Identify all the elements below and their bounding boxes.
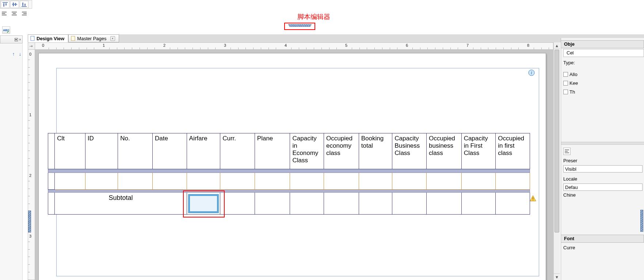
col-header[interactable]: Capacity in First Class: [461, 133, 496, 169]
object-tab[interactable]: Obje: [561, 40, 644, 48]
locale-select[interactable]: [563, 183, 643, 191]
script-editor-drag-handle[interactable]: [288, 24, 311, 27]
data-cell[interactable]: [392, 173, 427, 190]
align-right-lines-icon[interactable]: [19, 10, 28, 18]
data-cell[interactable]: [118, 173, 153, 190]
data-cell[interactable]: [461, 173, 496, 190]
col-header[interactable]: Capacity Business Class: [392, 133, 427, 169]
table-header-row[interactable]: Clt ID No. Date Airfare Curr. Plane Capa…: [48, 133, 530, 169]
nav-down-button[interactable]: ↓: [18, 52, 23, 57]
chk-th-label: Th: [569, 89, 575, 95]
vertical-ruler[interactable]: 0123: [28, 50, 35, 280]
table-row-handle[interactable]: [48, 193, 55, 215]
master-page-icon: [71, 36, 76, 41]
presence-label: Preser: [563, 158, 577, 163]
scroll-up-button[interactable]: ▲: [554, 42, 560, 49]
vertical-drag-handle[interactable]: [28, 211, 31, 232]
checkbox-allow[interactable]: [563, 72, 568, 77]
data-cell[interactable]: [220, 173, 255, 190]
table-footer-row[interactable]: Subtotal: [48, 193, 530, 215]
tab-design-view[interactable]: Design View: [28, 34, 68, 42]
checkbox-keep[interactable]: [563, 81, 568, 86]
col-header[interactable]: Plane: [255, 133, 290, 169]
subtotal-label-cell[interactable]: Subtotal: [55, 193, 187, 215]
hierarchy-panel-header[interactable]: ▾ ×: [0, 35, 23, 43]
col-header[interactable]: Date: [152, 133, 187, 169]
checkbox-th[interactable]: [563, 90, 568, 94]
col-header[interactable]: Capacity in Economy Class: [290, 133, 324, 169]
footer-cell[interactable]: [461, 193, 496, 215]
dropdown-icon[interactable]: ▾: [15, 38, 18, 41]
tab-close-button[interactable]: ×: [110, 36, 115, 41]
subtotal-airfare-cell[interactable]: [187, 193, 220, 215]
data-cell[interactable]: [324, 173, 359, 190]
data-cell[interactable]: [187, 173, 220, 190]
data-cell[interactable]: [85, 173, 118, 190]
col-header[interactable]: Booking total: [359, 133, 392, 169]
close-icon[interactable]: ×: [19, 37, 21, 42]
footer-cell[interactable]: [426, 193, 461, 215]
top-toolbar: [0, 0, 32, 9]
vertical-scrollbar[interactable]: ▲ ▼: [553, 42, 560, 280]
design-page[interactable]: i ! Clt ID No. Date Airfare Curr.: [39, 53, 546, 280]
col-header[interactable]: No.: [118, 133, 153, 169]
footer-cell[interactable]: [496, 193, 530, 215]
data-cell[interactable]: [255, 173, 290, 190]
col-header[interactable]: Occupied economy class: [324, 133, 359, 169]
presence-select[interactable]: [563, 165, 643, 173]
table-row-handle[interactable]: [48, 173, 55, 190]
warning-icon: !: [530, 195, 536, 202]
table-top-band: [48, 169, 530, 173]
data-cell[interactable]: [290, 173, 324, 190]
scroll-thumb[interactable]: [555, 50, 559, 232]
footer-cell[interactable]: [220, 193, 255, 215]
locale-sub-label: Chine: [563, 192, 576, 198]
col-header[interactable]: ID: [85, 133, 118, 169]
ruler-corner[interactable]: ↘: [28, 42, 35, 50]
col-header[interactable]: Airfare: [187, 133, 220, 169]
horizontal-ruler[interactable]: 012345678: [35, 42, 553, 50]
data-cell[interactable]: [55, 173, 85, 190]
scroll-down-button[interactable]: ▼: [554, 273, 560, 280]
col-header[interactable]: Occupied business class: [426, 133, 461, 169]
col-header[interactable]: Occupied in first class: [496, 133, 530, 169]
data-cell[interactable]: [496, 173, 530, 190]
svg-rect-8: [24, 4, 26, 6]
spellcheck-button[interactable]: ABC ✓: [2, 26, 10, 34]
align-center-lines-icon[interactable]: [10, 10, 19, 18]
footer-cell[interactable]: [359, 193, 392, 215]
script-editor-handle-highlight: [284, 23, 315, 30]
data-cell[interactable]: [152, 173, 187, 190]
table-data-row[interactable]: [48, 173, 530, 190]
svg-rect-4: [13, 3, 14, 6]
col-header[interactable]: Clt: [55, 133, 85, 169]
footer-cell[interactable]: [290, 193, 324, 215]
tab-master-pages[interactable]: Master Pages ×: [68, 34, 119, 42]
footer-cell[interactable]: [392, 193, 427, 215]
align-middle-button[interactable]: [10, 1, 19, 8]
data-cell[interactable]: [359, 173, 392, 190]
align-top-button[interactable]: [1, 1, 9, 8]
chk-allow-label: Allo: [569, 72, 578, 77]
locale-label: Locale: [563, 176, 577, 182]
left-sidebar-area: [0, 44, 23, 280]
nav-up-button[interactable]: ↑: [11, 52, 16, 57]
align-bottom-button[interactable]: [20, 1, 28, 8]
align-icon-button[interactable]: [563, 148, 571, 155]
col-header[interactable]: Curr.: [220, 133, 255, 169]
align-left-lines-icon[interactable]: [0, 10, 9, 18]
font-tab[interactable]: Font: [561, 235, 644, 243]
right-panel-drag-handle[interactable]: [640, 210, 643, 232]
footer-cell[interactable]: [255, 193, 290, 215]
data-cell[interactable]: [426, 173, 461, 190]
panel-separator: [561, 142, 644, 145]
table-mid-band: [48, 190, 530, 193]
design-table[interactable]: Clt ID No. Date Airfare Curr. Plane Capa…: [48, 133, 530, 215]
design-canvas[interactable]: i ! Clt ID No. Date Airfare Curr.: [35, 50, 553, 280]
cell-tab[interactable]: Cel: [563, 49, 644, 57]
footer-cell[interactable]: [324, 193, 359, 215]
info-badge-icon: i: [528, 69, 535, 76]
object-properties-panel: Obje Cel Type: Allo Kee Th Preser Locale…: [561, 38, 644, 280]
table-row-handle[interactable]: [48, 133, 55, 169]
curre-label: Curre: [563, 245, 575, 250]
